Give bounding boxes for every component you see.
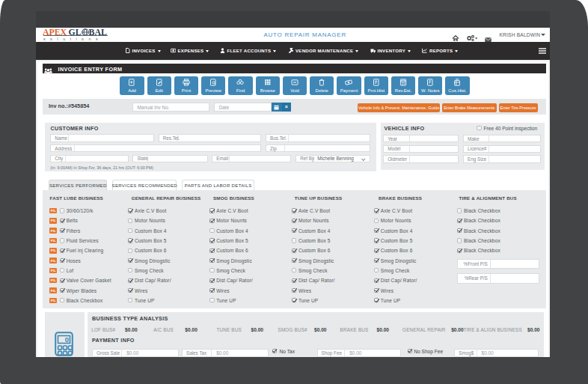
svg-text:0: 0 <box>65 335 69 343</box>
